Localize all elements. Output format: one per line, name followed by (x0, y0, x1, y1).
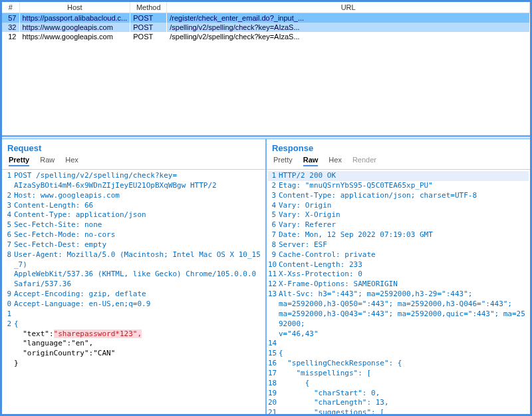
col-host[interactable]: Host (19, 2, 130, 13)
response-title: Response (267, 139, 530, 156)
response-tabs: Pretty Raw Hex Render (267, 156, 530, 170)
detail-pane: Request Pretty Raw Hex 1POST /spelling/v… (2, 139, 530, 414)
tab-hex[interactable]: Hex (329, 156, 342, 166)
tab-raw[interactable]: Raw (303, 156, 319, 166)
tab-pretty[interactable]: Pretty (9, 156, 29, 166)
request-table-pane: # Host Method URL 57https://passport.ali… (2, 2, 530, 135)
tab-pretty[interactable]: Pretty (273, 156, 293, 166)
col-num[interactable]: # (2, 2, 19, 13)
table-row[interactable]: 12https://www.googleapis.comPOST/spellin… (2, 32, 530, 41)
response-panel: Response Pretty Raw Hex Render 1HTTP/2 2… (267, 139, 530, 414)
col-url[interactable]: URL (167, 2, 530, 13)
request-tabs: Pretty Raw Hex (2, 156, 265, 170)
request-title: Request (2, 139, 265, 156)
tab-hex[interactable]: Hex (65, 156, 78, 166)
tab-render[interactable]: Render (352, 156, 376, 166)
table-row[interactable]: 57https://passport.alibabacloud.c...POST… (2, 13, 530, 23)
table-row[interactable]: 32https://www.googleapis.comPOST/spellin… (2, 23, 530, 32)
col-method[interactable]: Method (130, 2, 167, 13)
request-body[interactable]: 1POST /spelling/v2/spelling/check?key=AI… (2, 170, 265, 414)
response-body[interactable]: 1HTTP/2 200 OK2Etag: "mnuQSrnYbS95-Q5C0T… (267, 170, 530, 414)
request-panel: Request Pretty Raw Hex 1POST /spelling/v… (2, 139, 267, 414)
tab-raw[interactable]: Raw (40, 156, 55, 166)
request-table[interactable]: # Host Method URL 57https://passport.ali… (2, 2, 530, 41)
